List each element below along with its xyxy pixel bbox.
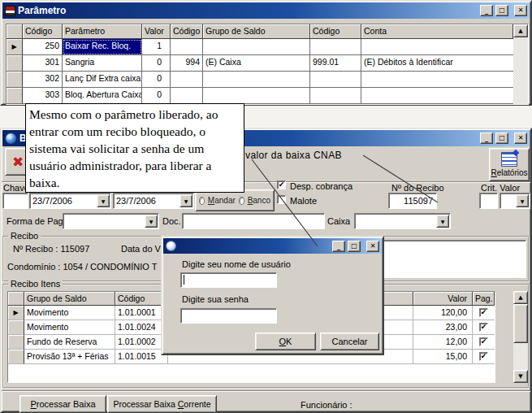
cell-conta[interactable] (361, 39, 513, 55)
pag-checkbox[interactable]: ✔ (479, 323, 488, 332)
minimize-button[interactable]: _ (480, 5, 493, 16)
cell-grupo-saldo[interactable]: Movimento (24, 306, 115, 320)
cell-valor[interactable]: 23,00 (413, 320, 473, 335)
table-row[interactable]: ▶ 250 Baixar Rec. Bloq. 1 (6, 39, 513, 55)
col-header-valor[interactable]: Valor (142, 24, 171, 39)
cell-codigo3[interactable] (310, 88, 361, 104)
cell-valor[interactable]: 0 (142, 88, 171, 104)
maximize-button[interactable]: □ (348, 241, 361, 252)
cell-codigo2[interactable] (171, 88, 203, 104)
scrollbar-track[interactable] (513, 37, 528, 104)
caixa-combo[interactable]: ▼ (354, 213, 451, 229)
pag-checkbox[interactable]: ✔ (479, 337, 488, 346)
col-header-codigo[interactable]: Código (23, 24, 63, 39)
cell-parametro-selected[interactable]: Baixar Rec. Bloq. (63, 39, 142, 55)
date-from-combo[interactable]: 23/7/2006 ▼ (29, 193, 111, 209)
num-recibo-input[interactable]: 115097 (388, 193, 437, 209)
cell-valor[interactable]: 0 (142, 55, 171, 72)
cell-codigo[interactable]: 303 (23, 88, 63, 104)
table-row[interactable]: 302 Lanç Dif Extra caixa 0 (6, 72, 513, 88)
cell-conta[interactable]: (E) Débitos à Identificar (361, 55, 513, 72)
cell-pag[interactable]: ✔ (473, 306, 495, 320)
date-to-combo[interactable]: 23/7/2006 ▼ (113, 193, 194, 209)
username-input[interactable] (180, 272, 277, 288)
cell-valor[interactable]: 120,00 (413, 306, 473, 320)
table-row[interactable]: 301 Sangria 0 994 (E) Caixa 999.01 (E) D… (6, 55, 513, 72)
close-button[interactable]: ✕ (366, 241, 379, 252)
cell-conta[interactable] (361, 72, 513, 88)
radio-mandar[interactable] (199, 197, 205, 205)
cell-codigo[interactable]: 301 (23, 55, 63, 72)
cell-codigo[interactable]: 250 (23, 39, 63, 55)
minimize-button[interactable]: _ (332, 241, 345, 252)
processar-baixa-button[interactable]: Processar Baixa (19, 395, 106, 413)
maximize-button[interactable]: □ (495, 133, 508, 144)
scroll-down-button[interactable]: ▼ (513, 370, 528, 383)
malote-checkbox[interactable] (277, 195, 286, 204)
cell-valor[interactable]: 0 (142, 72, 171, 88)
col-header-codigo2[interactable]: Código (171, 24, 203, 39)
pag-checkbox[interactable]: ✔ (479, 352, 488, 361)
cell-valor[interactable]: 12,00 (413, 335, 473, 350)
scrollbar-thumb[interactable] (513, 304, 528, 343)
cell-codigo2[interactable] (171, 39, 203, 55)
cell-codigo2[interactable] (171, 72, 203, 88)
caixa-dropdown-button[interactable]: ▼ (436, 215, 449, 228)
doc-input[interactable] (182, 213, 325, 229)
cell-parametro[interactable]: Bloq. Abertura Caixa (63, 88, 142, 104)
cell-codigo3[interactable] (310, 72, 361, 88)
cell-valor[interactable]: 15,00 (413, 350, 473, 364)
cell-grupo[interactable] (203, 39, 310, 55)
cell-codigo3[interactable] (310, 39, 361, 55)
date-from-dropdown-button[interactable]: ▼ (97, 194, 110, 207)
crit-valor-input[interactable] (479, 193, 498, 209)
cell-pag[interactable]: ✔ (473, 335, 495, 350)
col-header-pag[interactable]: Pag. (473, 292, 495, 306)
forma-pag-dropdown-button[interactable]: ▼ (145, 215, 158, 228)
ok-button[interactable]: OK (255, 333, 316, 350)
cell-grupo-saldo[interactable]: Movimento (24, 320, 115, 335)
close-button[interactable]: ✕ (514, 133, 527, 144)
date-to-dropdown-button[interactable]: ▼ (179, 194, 192, 207)
maximize-button[interactable]: □ (495, 5, 508, 16)
col-header-grupo-saldo[interactable]: Grupo de Saldo (24, 292, 115, 306)
table-row[interactable]: 303 Bloq. Abertura Caixa 0 (6, 88, 513, 104)
col-header-codigo3[interactable]: Código (310, 24, 361, 39)
scrollbar-track[interactable] (513, 343, 528, 370)
cell-grupo-saldo[interactable]: Provisão 13ª + Férias (24, 350, 115, 364)
radio-banco[interactable] (239, 197, 244, 205)
grid-vertical-scrollbar[interactable]: ▲ (513, 24, 528, 104)
cell-conta[interactable] (361, 88, 513, 104)
cell-pag[interactable]: ✔ (473, 350, 495, 364)
col-header-valor[interactable]: Valor (413, 292, 473, 306)
cell-grupo[interactable]: (E) Caixa (203, 55, 310, 72)
crit-valor-combo[interactable]: ▼ (500, 193, 530, 209)
cell-codigo[interactable]: 302 (23, 72, 63, 88)
col-header-conta[interactable]: Conta (361, 24, 513, 39)
close-button[interactable]: ✕ (514, 5, 527, 16)
itens-vertical-scrollbar[interactable]: ▲ ▼ (513, 291, 528, 383)
cell-grupo[interactable] (203, 72, 310, 88)
col-header-parametro[interactable]: Parâmetro (63, 24, 142, 39)
crit-valor-dropdown-button[interactable]: ▼ (516, 194, 529, 207)
cell-parametro[interactable]: Lanç Dif Extra caixa (63, 72, 142, 88)
cell-grupo[interactable] (203, 88, 310, 104)
cell-grupo-saldo[interactable]: Fundo de Reserva (24, 335, 115, 350)
scroll-up-button[interactable]: ▲ (513, 291, 528, 304)
cell-parametro[interactable]: Sangria (63, 55, 142, 72)
chave-input[interactable] (2, 193, 28, 209)
cell-pag[interactable]: ✔ (473, 320, 495, 335)
desp-cobranca-checkbox[interactable]: ✔ (277, 180, 286, 189)
scroll-up-button[interactable]: ▲ (513, 24, 528, 37)
processar-baixa-corrente-button[interactable]: Processar Baixa Corrente (107, 395, 217, 413)
minimize-button[interactable]: _ (480, 133, 493, 144)
cell-codigo3[interactable]: 999.01 (310, 55, 361, 72)
pag-checkbox[interactable]: ✔ (479, 308, 488, 317)
cell-valor[interactable]: 1 (142, 39, 171, 55)
password-input[interactable] (180, 308, 277, 324)
col-header-grupo-saldo[interactable]: Grupo de Saldo (203, 24, 310, 39)
forma-pag-combo[interactable]: ▼ (63, 213, 159, 229)
cell-codigo2[interactable]: 994 (171, 55, 203, 72)
cancel-button[interactable]: Cancelar (320, 333, 379, 350)
relatorios-button[interactable]: Relatórios (489, 148, 530, 181)
